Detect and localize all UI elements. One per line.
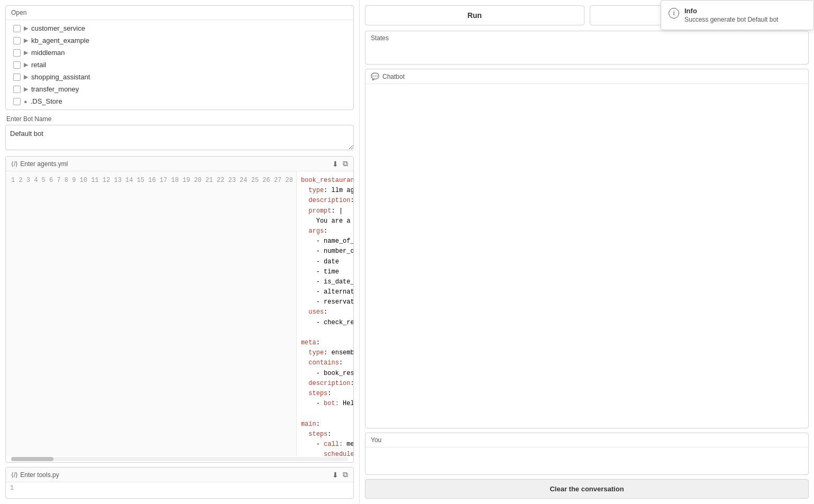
code-actions: ⬇ ⧉ [332,159,348,168]
bot-name-label: Enter Bot Name [5,115,354,123]
info-icon: i [669,8,679,19]
file-checkbox[interactable] [13,74,21,81]
tools-download-button[interactable]: ⬇ [332,470,339,479]
tools-editor-toolbar: ⟨/⟩ Enter tools.py ⬇ ⧉ [6,468,353,482]
folder-arrow-icon: ▶ [24,61,28,68]
tools-code-icon: ⟨/⟩ [11,471,18,479]
file-browser-toolbar: Open [6,6,353,20]
info-content: Info Success generate bot Default bot [684,7,778,23]
download-button[interactable]: ⬇ [332,159,339,168]
file-name: kb_agent_example [31,36,89,44]
file-item[interactable]: ▶transfer_money [6,83,353,95]
states-content [365,45,808,64]
info-title: Info [684,7,778,15]
file-item[interactable]: ▶shopping_assistant [6,71,353,83]
copy-button[interactable]: ⧉ [343,159,348,168]
horizontal-scrollbar[interactable] [11,457,348,461]
chatbot-icon: 💬 [371,72,379,80]
folder-arrow-icon: ▶ [24,49,28,56]
file-checkbox[interactable] [13,86,21,93]
file-browser: Open ▶customer_service▶kb_agent_example▶… [5,5,354,110]
right-panel: i Info Success generate bot Default bot … [360,0,814,504]
you-input[interactable] [365,447,808,473]
agents-code-body: 1 2 3 4 5 6 7 8 9 10 11 12 13 14 15 16 1… [6,171,353,456]
left-panel: Open ▶customer_service▶kb_agent_example▶… [0,0,360,504]
file-name: .DS_Store [31,97,62,105]
line-numbers: 1 2 3 4 5 6 7 8 9 10 11 12 13 14 15 16 1… [6,171,297,456]
agents-code-content[interactable]: book_restaurant: type: llm agent descrip… [297,171,353,456]
file-icon: ● [24,98,28,105]
folder-arrow-icon: ▶ [24,74,28,80]
tools-code-actions: ⬇ ⧉ [332,470,348,479]
tools-copy-button[interactable]: ⧉ [343,470,348,479]
info-body: Success generate bot Default bot [684,16,778,23]
states-label: States [365,31,808,45]
chatbot-label: Chatbot [382,73,405,80]
chatbot-section: 💬 Chatbot [365,69,809,428]
file-item[interactable]: ▶kb_agent_example [6,34,353,47]
file-item[interactable]: ▶retail [6,59,353,71]
folder-arrow-icon: ▶ [24,25,28,32]
file-name: retail [31,61,46,69]
file-name: transfer_money [31,85,79,93]
code-icon: ⟨/⟩ [11,160,18,168]
file-name: customer_service [31,24,85,32]
file-checkbox[interactable] [13,37,21,44]
bot-name-input[interactable]: Default bot [5,125,354,150]
file-item[interactable]: ▶customer_service [6,22,353,34]
tools-body: 1 [6,482,353,498]
chatbot-header: 💬 Chatbot [365,69,808,84]
tools-line-number: 1 [10,484,14,496]
file-item[interactable]: ▶middleman [6,47,353,59]
file-checkbox[interactable] [13,49,21,57]
tools-editor: ⟨/⟩ Enter tools.py ⬇ ⧉ 1 [5,467,354,499]
agents-editor: ⟨/⟩ Enter agents.yml ⬇ ⧉ 1 2 3 4 5 6 7 8… [5,156,354,463]
file-name: shopping_assistant [31,73,90,81]
file-list: ▶customer_service▶kb_agent_example▶middl… [6,20,353,109]
file-name: middleman [31,49,65,57]
you-label: You [365,433,808,447]
open-label: Open [11,9,26,16]
file-checkbox[interactable] [13,61,21,69]
tools-editor-label: ⟨/⟩ Enter tools.py [11,471,59,479]
file-checkbox[interactable] [13,98,21,105]
folder-arrow-icon: ▶ [24,37,28,44]
agents-editor-label: ⟨/⟩ Enter agents.yml [11,160,68,168]
bot-name-section: Enter Bot Name Default bot [5,115,354,152]
chatbot-messages[interactable] [365,84,808,428]
file-checkbox[interactable] [13,25,21,32]
file-item[interactable]: ●.DS_Store [6,95,353,107]
agents-editor-toolbar: ⟨/⟩ Enter agents.yml ⬇ ⧉ [6,157,353,171]
you-section: You [365,433,809,475]
folder-arrow-icon: ▶ [24,86,28,93]
info-popup: i Info Success generate bot Default bot [661,0,814,30]
states-section: States [365,31,809,65]
clear-button[interactable]: Clear the conversation [365,479,809,499]
scrollbar-thumb [11,457,53,461]
run-button[interactable]: Run [365,5,584,25]
